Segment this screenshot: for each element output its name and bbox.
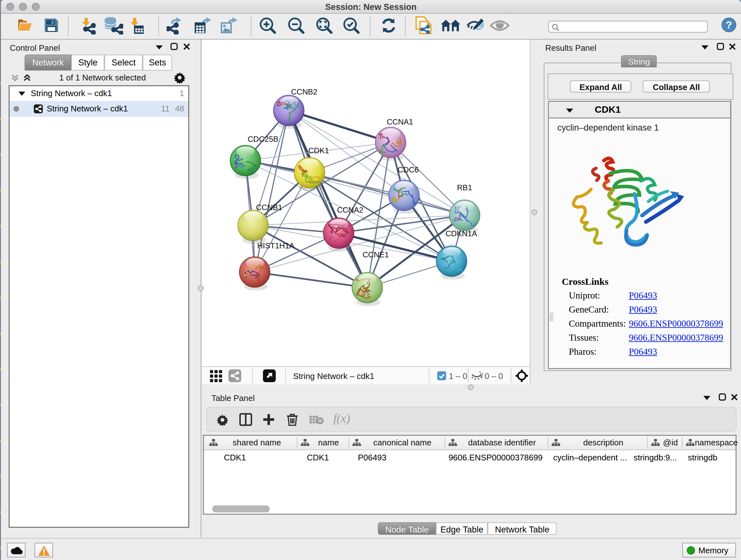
svg-text:CDC6: CDC6 xyxy=(398,165,419,174)
svg-text:CCNA2: CCNA2 xyxy=(337,206,363,214)
svg-text:CCNB2: CCNB2 xyxy=(291,87,318,96)
svg-text:CDC25B: CDC25B xyxy=(248,135,278,143)
svg-text:CCNB1: CCNB1 xyxy=(256,203,282,212)
svg-text:HIST1H1A: HIST1H1A xyxy=(257,241,294,250)
svg-text:CCNE1: CCNE1 xyxy=(362,250,389,259)
svg-text:RB1: RB1 xyxy=(457,183,472,192)
svg-text:?: ? xyxy=(726,19,732,30)
svg-text:CDKN1A: CDKN1A xyxy=(446,229,477,238)
svg-text:CDK1: CDK1 xyxy=(308,146,329,155)
svg-text:CCNA1: CCNA1 xyxy=(387,118,413,126)
